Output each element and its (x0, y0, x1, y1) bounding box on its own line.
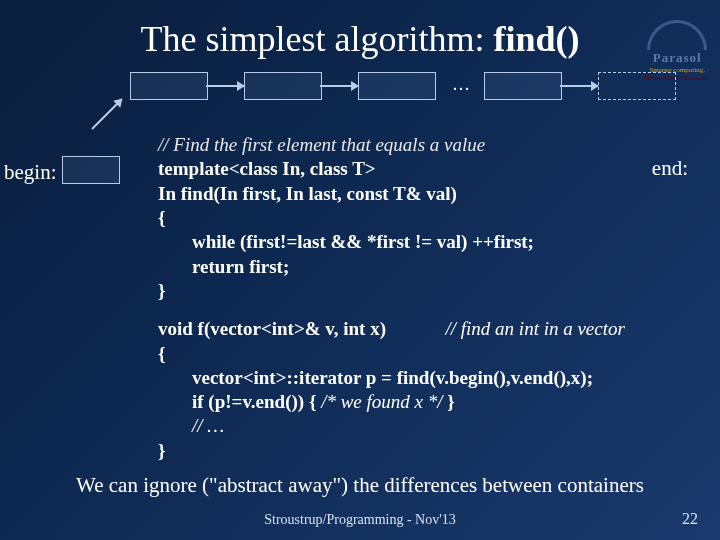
code-line: } (158, 439, 698, 463)
code-line: if (p!=v.end()) { /* we found x */ } (158, 390, 698, 414)
diagram-node (484, 72, 562, 100)
slide-title: The simplest algorithm: find() (0, 0, 720, 60)
code-line: // … (158, 414, 698, 438)
title-prefix: The simplest algorithm: (141, 19, 494, 59)
arrow-icon (206, 85, 244, 87)
code-line: vector<int>::iterator p = find(v.begin()… (158, 366, 698, 390)
logo-name: Parasol (644, 50, 710, 66)
title-function: find() (493, 19, 579, 59)
arrow-icon (560, 85, 598, 87)
code-line: } (158, 279, 698, 303)
begin-label: begin: (4, 160, 57, 185)
summary-text: We can ignore ("abstract away") the diff… (0, 473, 720, 498)
code-line: { (158, 342, 698, 366)
diagram-node (358, 72, 436, 100)
begin-box (62, 156, 120, 184)
code-line: { (158, 206, 698, 230)
diagram-ellipsis: … (452, 74, 470, 95)
code-fragment: } (443, 391, 455, 412)
code-block: // Find the first element that equals a … (158, 133, 698, 463)
parasol-arc-icon (647, 20, 707, 50)
code-line: template<class In, class T> (158, 157, 698, 181)
code-fragment: if (p!=v.end()) { (192, 391, 321, 412)
f-signature: void f(vector<int>& v, int x) (158, 318, 386, 339)
diagram-end-node (598, 72, 676, 100)
find-template: template<class In, class T> In find(In f… (158, 157, 698, 303)
code-line: In find(In first, In last, const T& val) (158, 182, 698, 206)
usage-function: void f(vector<int>& v, int x) // find an… (158, 317, 698, 463)
code-line: while (first!=last && *first != val) ++f… (158, 230, 698, 254)
inline-comment: // find an int in a vector (445, 318, 624, 339)
diagram-node (244, 72, 322, 100)
code-line: return first; (158, 255, 698, 279)
code-line: void f(vector<int>& v, int x) // find an… (158, 317, 698, 341)
diagram-node (130, 72, 208, 100)
inline-comment: /* we found x */ (321, 391, 442, 412)
page-number: 22 (682, 510, 698, 528)
arrow-icon (320, 85, 358, 87)
code-comment: // Find the first element that equals a … (158, 133, 698, 157)
footer-text: Stroustrup/Programming - Nov'13 (0, 512, 720, 528)
end-label: end: (652, 155, 688, 182)
